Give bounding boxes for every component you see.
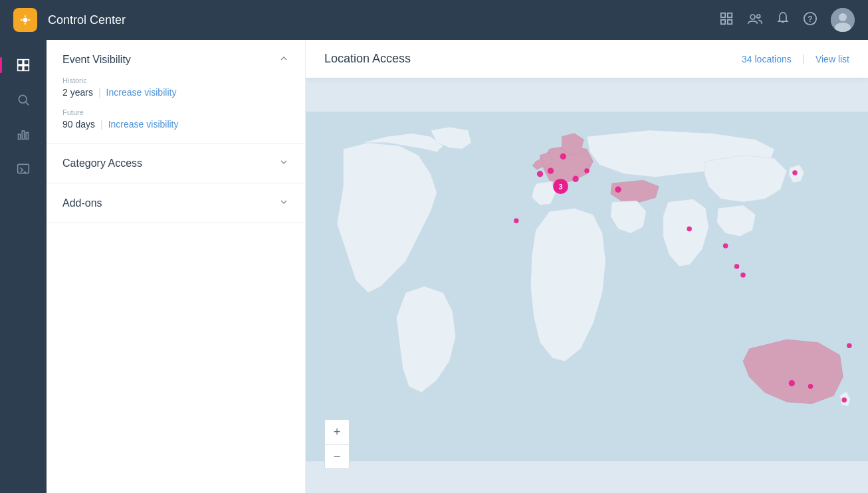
svg-point-5	[750, 15, 755, 19]
main-layout: Event Visibility Historic 2 years | Incr…	[0, 40, 868, 493]
future-label: Future	[62, 108, 289, 116]
svg-point-32	[514, 219, 519, 224]
topnav: Control Center ?	[0, 0, 868, 40]
event-visibility-header[interactable]: Event Visibility	[62, 53, 289, 66]
category-access-header[interactable]: Category Access	[62, 157, 289, 169]
svg-point-36	[740, 272, 746, 278]
map-locations-count: 34 locations	[742, 54, 792, 64]
future-separator: |	[100, 119, 103, 130]
chevron-down-icon-category	[278, 157, 289, 169]
svg-line-17	[26, 102, 29, 106]
bell-icon[interactable]	[776, 11, 790, 29]
svg-rect-19	[22, 131, 24, 140]
historic-increase-link[interactable]: Increase visibility	[106, 87, 177, 98]
svg-point-30	[584, 168, 590, 173]
panel: Event Visibility Historic 2 years | Incr…	[47, 40, 306, 493]
people-icon[interactable]	[747, 11, 763, 29]
svg-point-41	[687, 227, 692, 232]
map-title: Location Access	[324, 52, 411, 66]
svg-point-29	[572, 176, 578, 182]
svg-rect-12	[18, 60, 23, 65]
zoom-out-button[interactable]: −	[325, 444, 349, 468]
svg-point-26	[537, 171, 543, 177]
svg-text:3: 3	[559, 183, 563, 191]
map-header: Location Access 34 locations | View list	[306, 40, 868, 78]
logo[interactable]	[13, 8, 37, 32]
sidebar-item-grid[interactable]	[9, 50, 38, 80]
addons-header[interactable]: Add-ons	[62, 197, 289, 209]
svg-point-34	[723, 243, 728, 248]
chevron-up-icon	[278, 53, 289, 66]
map-svg-container: 3	[306, 80, 868, 493]
avatar[interactable]	[831, 8, 855, 32]
sidebar	[0, 40, 47, 493]
svg-point-37	[789, 380, 795, 386]
svg-point-0	[23, 18, 28, 23]
category-access-title: Category Access	[62, 157, 142, 169]
svg-point-38	[808, 384, 814, 389]
sidebar-item-search[interactable]	[9, 85, 38, 114]
svg-point-10	[839, 13, 847, 21]
future-row: Future 90 days | Increase visibility	[62, 108, 289, 130]
chevron-down-icon-addons	[278, 197, 289, 209]
svg-rect-13	[24, 60, 29, 65]
future-value: 90 days	[62, 119, 95, 130]
svg-point-24	[560, 153, 566, 159]
svg-rect-3	[721, 19, 725, 23]
svg-point-16	[19, 95, 27, 103]
world-map: 3	[306, 80, 868, 493]
historic-label: Historic	[62, 76, 289, 84]
historic-separator: |	[98, 87, 101, 98]
help-icon[interactable]: ?	[803, 11, 817, 29]
event-visibility-title: Event Visibility	[62, 54, 131, 66]
zoom-controls: + −	[324, 419, 350, 469]
svg-rect-15	[24, 66, 29, 71]
svg-point-35	[734, 264, 740, 269]
addons-title: Add-ons	[62, 197, 102, 209]
addons-section: Add-ons	[47, 183, 305, 223]
svg-point-33	[792, 170, 798, 175]
zoom-in-button[interactable]: +	[325, 420, 349, 444]
map-area: Location Access 34 locations | View list	[306, 40, 868, 493]
svg-point-6	[757, 15, 760, 18]
svg-point-31	[615, 187, 621, 193]
topnav-icons: ?	[719, 8, 855, 32]
map-header-divider: |	[802, 53, 805, 65]
svg-rect-2	[728, 13, 732, 17]
future-value-row: 90 days | Increase visibility	[62, 119, 289, 130]
sidebar-item-terminal[interactable]	[9, 154, 38, 183]
svg-rect-4	[728, 19, 732, 23]
category-access-section: Category Access	[47, 144, 305, 183]
sidebar-item-chart[interactable]	[9, 120, 38, 149]
svg-point-25	[548, 167, 554, 173]
map-view-list-link[interactable]: View list	[815, 54, 849, 64]
svg-rect-14	[18, 66, 23, 71]
map-header-right: 34 locations | View list	[742, 53, 849, 65]
event-visibility-section: Event Visibility Historic 2 years | Incr…	[47, 40, 305, 144]
svg-point-40	[842, 397, 847, 403]
svg-text:?: ?	[808, 14, 812, 23]
list-icon[interactable]	[719, 11, 734, 29]
historic-value: 2 years	[62, 87, 93, 98]
svg-rect-20	[26, 133, 28, 140]
future-increase-link[interactable]: Increase visibility	[108, 119, 179, 130]
app-title: Control Center	[48, 13, 719, 27]
svg-rect-1	[721, 13, 725, 17]
svg-rect-21	[18, 164, 29, 173]
historic-value-row: 2 years | Increase visibility	[62, 87, 289, 98]
svg-rect-18	[19, 134, 21, 140]
svg-point-39	[847, 344, 852, 349]
historic-row: Historic 2 years | Increase visibility	[62, 76, 289, 98]
